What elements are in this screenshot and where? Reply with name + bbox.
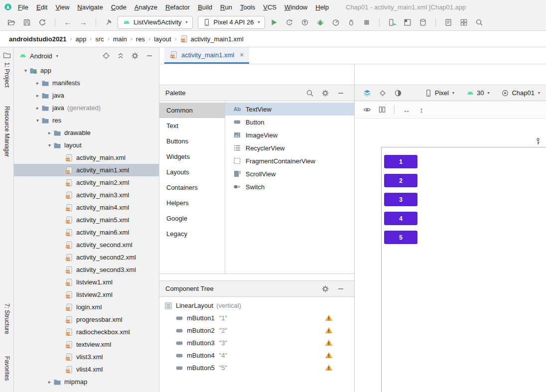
palette-item-textview[interactable]: AbTextView — [225, 103, 354, 116]
palette-category-containers[interactable]: Containers — [159, 180, 225, 195]
preview-device-select[interactable]: Pixel ▾ — [424, 89, 454, 97]
tree-item-activity-main2-xml[interactable]: activity_main2.xml — [14, 176, 159, 189]
tree-item-radiocheckbox-xml[interactable]: radiocheckbox.xml — [14, 326, 159, 338]
color-mode-button[interactable] — [392, 87, 405, 100]
stripe-item-1-project[interactable]: 1: Project — [3, 62, 10, 88]
component-mbutton1[interactable]: mButton1"1" — [159, 312, 354, 324]
menu-build[interactable]: Build — [194, 1, 216, 13]
warning-icon[interactable] — [325, 364, 333, 372]
v-arrow-button[interactable]: ↕ — [415, 103, 428, 116]
menu-window[interactable]: Window — [280, 1, 311, 13]
palette-category-legacy[interactable]: Legacy — [159, 226, 225, 242]
canvas-button-1[interactable]: 1 — [384, 155, 417, 168]
breadcrumb-item-layout[interactable]: layout — [152, 34, 173, 44]
attach-debugger-button[interactable] — [345, 16, 358, 29]
project-view-selector[interactable]: Android — [30, 52, 52, 60]
tree-item-vlist4-xml[interactable]: vlist4.xml — [14, 363, 159, 376]
palette-category-common[interactable]: Common — [159, 103, 225, 118]
logcat-button[interactable] — [442, 16, 455, 29]
target-device-select[interactable]: Pixel 4 API 26 ▾ — [198, 16, 265, 29]
component-mbutton3[interactable]: mButton3"3" — [159, 337, 354, 349]
palette-item-recyclerview[interactable]: RecyclerView — [225, 141, 354, 154]
menu-vcs[interactable]: VCS — [259, 1, 280, 13]
gear-button[interactable] — [321, 284, 330, 293]
canvas-button-3[interactable]: 3 — [384, 193, 417, 206]
tree-item-login-xml[interactable]: login.xml — [14, 301, 159, 313]
canvas-button-2[interactable]: 2 — [384, 174, 417, 187]
tree-item-textview-xml[interactable]: textview.xml — [14, 338, 159, 351]
palette-category-widgets[interactable]: Widgets — [159, 149, 225, 164]
menu-code[interactable]: Code — [107, 1, 131, 13]
save-button[interactable] — [20, 16, 33, 29]
tree-item-activity-second2-xml[interactable]: activity_second2.xml — [14, 251, 159, 263]
chevron-collapsed-icon[interactable]: ▸ — [46, 379, 53, 385]
component-linearlayout[interactable]: LinearLayout(vertical) — [159, 299, 354, 312]
tree-item-activity-main5-xml[interactable]: activity_main5.xml — [14, 214, 159, 226]
close-tab-icon[interactable]: × — [240, 51, 244, 58]
locate-button[interactable] — [102, 51, 111, 60]
canvas-button-5[interactable]: 5 — [384, 231, 417, 244]
menu-help[interactable]: Help — [311, 1, 333, 13]
menu-tools[interactable]: Tools — [236, 1, 259, 13]
tree-item-java-generated[interactable]: ▸java(generated) — [14, 102, 159, 114]
stripe-item-resource-manager[interactable]: Resource Manager — [3, 106, 10, 157]
gear-button[interactable] — [131, 51, 139, 60]
warning-icon[interactable] — [325, 339, 333, 347]
tree-item-activity-second-xml[interactable]: activity_second.xml — [14, 239, 159, 251]
palette-category-google[interactable]: Google — [159, 211, 225, 226]
menu-navigate[interactable]: Navigate — [73, 1, 107, 13]
palette-item-imageview[interactable]: ImageView — [225, 129, 354, 141]
palette-category-buttons[interactable]: Buttons — [159, 133, 225, 149]
menu-edit[interactable]: Edit — [32, 1, 51, 13]
editor-tab-activity-main1[interactable]: activity_main1.xml × — [164, 47, 249, 64]
tree-item-drawable[interactable]: ▸drawable — [14, 127, 159, 139]
sync-button[interactable] — [36, 16, 49, 29]
tree-item-progressbar-xml[interactable]: progressbar.xml — [14, 313, 159, 326]
chevron-expanded-icon[interactable]: ▾ — [46, 142, 53, 148]
palette-item-scrollview[interactable]: ScrollView — [225, 167, 354, 180]
eye-button[interactable] — [361, 103, 374, 116]
menu-analyze[interactable]: Analyze — [131, 1, 161, 13]
tree-item-mipmap[interactable]: ▸mipmap — [14, 376, 159, 388]
collapse-all-button[interactable] — [116, 51, 125, 60]
back-button[interactable]: ← — [61, 16, 74, 29]
hammer-button[interactable] — [102, 16, 115, 29]
menu-run[interactable]: Run — [216, 1, 236, 13]
tree-item-res[interactable]: ▾res — [14, 114, 159, 127]
palette-category-text[interactable]: Text — [159, 118, 225, 133]
chevron-expanded-icon[interactable]: ▾ — [22, 68, 29, 73]
breadcrumb-item-app[interactable]: app — [74, 34, 89, 44]
chevron-collapsed-icon[interactable]: ▸ — [34, 93, 41, 98]
open-button[interactable] — [5, 16, 18, 29]
tree-item-listview2-xml[interactable]: listview2.xml — [14, 288, 159, 301]
gear-button[interactable] — [321, 89, 330, 98]
theme-select[interactable]: Chap01 ▾ — [501, 89, 540, 97]
tree-item-vlist3-xml[interactable]: vlist3.xml — [14, 351, 159, 363]
tree-item-activity-main4-xml[interactable]: activity_main4.xml — [14, 201, 159, 214]
chevron-collapsed-icon[interactable]: ▸ — [46, 130, 53, 135]
chevron-collapsed-icon[interactable]: ▸ — [34, 105, 41, 111]
breadcrumb-item-src[interactable]: src — [93, 34, 106, 44]
apply-code-changes-button[interactable] — [298, 16, 311, 29]
tree-item-listview1-xml[interactable]: listview1.xml — [14, 276, 159, 288]
warning-icon[interactable] — [325, 326, 333, 334]
debug-button[interactable] — [314, 16, 327, 29]
search-button[interactable] — [473, 16, 486, 29]
palette-item-switch[interactable]: Switch — [225, 180, 354, 193]
warning-icon[interactable] — [325, 351, 333, 359]
profiler-button[interactable] — [329, 16, 342, 29]
breadcrumb-item-res[interactable]: res — [134, 34, 147, 44]
palette-category-layouts[interactable]: Layouts — [159, 164, 225, 180]
component-mbutton2[interactable]: mButton2"2" — [159, 324, 354, 337]
tree-item-activity-main-xml[interactable]: activity_main.xml — [14, 151, 159, 164]
run-configuration-select[interactable]: ListView5Activity ▾ — [118, 16, 193, 29]
tree-item-activity-main1-xml[interactable]: activity_main1.xml — [14, 164, 159, 176]
stop-button[interactable] — [360, 16, 373, 29]
breadcrumb-item-main[interactable]: main — [111, 34, 129, 44]
blueprint-button[interactable] — [376, 87, 389, 100]
chevron-expanded-icon[interactable]: ▾ — [34, 118, 41, 123]
columns-button[interactable] — [376, 103, 389, 116]
palette-category-helpers[interactable]: Helpers — [159, 195, 225, 211]
apply-changes-button[interactable] — [283, 16, 296, 29]
minus-button[interactable] — [336, 284, 345, 293]
